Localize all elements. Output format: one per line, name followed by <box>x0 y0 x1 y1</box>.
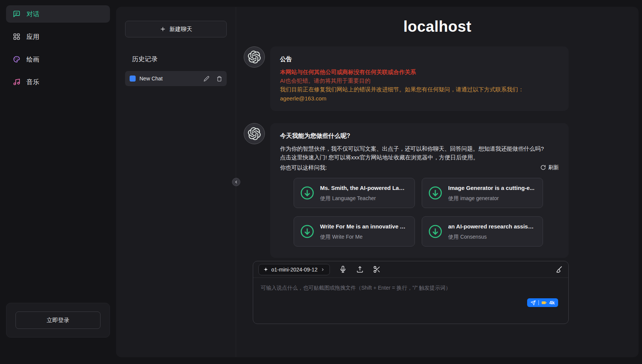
chevron-right-icon <box>320 267 325 272</box>
badge-divider <box>538 300 539 305</box>
chat-list-item[interactable]: New Chat <box>125 71 227 86</box>
app-sidebar: 对话 应用 绘画 音乐 立即登录 <box>0 0 116 364</box>
send-button[interactable]: 4k <box>527 298 558 307</box>
refresh-icon <box>540 165 546 170</box>
paper-plane-icon <box>531 300 536 305</box>
scissors-button[interactable] <box>373 265 381 273</box>
ask-hint: 你也可以这样问我: <box>280 163 327 172</box>
sidebar-nav: 对话 应用 绘画 音乐 <box>6 5 110 303</box>
suggestion-card[interactable]: Image Generator is a cutting-e... 使用 ima… <box>422 178 543 208</box>
composer: o1-mini-2024-09-12 <box>253 261 569 324</box>
upload-button[interactable] <box>356 265 364 273</box>
intro-body: 作为你的智慧伙伴，我不仅可以写文案、出点子，还可以和你聊天、回答问题。想知道我还… <box>280 144 548 162</box>
edit-icon[interactable] <box>204 76 209 82</box>
suggestion-subtitle: 使用 Write For Me <box>320 233 407 241</box>
palette-icon <box>13 56 20 63</box>
message-bubble: 公告 本网站与任何其他公司或商标没有任何关联或合作关系 AI也会犯错。请勿将其用… <box>270 46 569 111</box>
chat-main: localhost 公告 本网站与任何其他公司或商标没有任何关联或合作关系 AI… <box>236 7 639 357</box>
sidebar-item-label: 音乐 <box>26 78 39 86</box>
workspace-panel: 新建聊天 历史记录 New Chat localhost <box>116 7 639 357</box>
suggestion-card[interactable]: Write For Me is an innovative A... 使用 Wr… <box>294 216 415 247</box>
openai-avatar <box>244 123 265 144</box>
suggestion-subtitle: 使用 Consensus <box>448 233 535 241</box>
sidebar-item-music[interactable]: 音乐 <box>6 73 110 91</box>
new-chat-label: 新建聊天 <box>170 26 192 33</box>
intro-heading: 今天我能为您做些什么呢? <box>280 131 559 141</box>
history-heading: 历史记录 <box>132 55 227 63</box>
arrow-down-circle-icon <box>428 186 442 200</box>
suggestion-subtitle: 使用 Language Teacher <box>320 194 407 203</box>
new-chat-button[interactable]: 新建聊天 <box>125 21 227 37</box>
message-bubble: 今天我能为您做些什么呢? 作为你的智慧伙伴，我不仅可以写文案、出点子，还可以和你… <box>270 123 569 258</box>
announcement-line: AI也会犯错。请勿将其用于重要目的 <box>280 76 559 85</box>
refresh-button[interactable]: 刷新 <box>540 163 559 172</box>
sidebar-footer: 立即登录 <box>6 303 110 338</box>
suggestion-title: Image Generator is a cutting-e... <box>448 184 534 192</box>
chat-list-panel: 新建聊天 历史记录 New Chat <box>116 7 236 357</box>
chat-item-icon <box>130 76 136 82</box>
grid-icon <box>13 33 20 40</box>
sidebar-item-label: 应用 <box>26 32 39 41</box>
announcement-line: 本网站与任何其他公司或商标没有任何关联或合作关系 <box>280 68 559 76</box>
arrow-down-circle-icon <box>428 224 442 239</box>
chat-item-title: New Chat <box>139 76 196 82</box>
token-battery-icon <box>541 301 547 305</box>
suggestion-card[interactable]: an AI-powered research assista... 使用 Con… <box>422 216 543 247</box>
chevron-left-icon <box>234 180 238 184</box>
login-button[interactable]: 立即登录 <box>15 312 101 329</box>
announcement-line: 我们目前正在修复我们网站上的错误并改进细节。如果您有任何疑问，请通过以下方式联系… <box>280 85 559 94</box>
model-selector[interactable]: o1-mini-2024-09-12 <box>258 264 330 275</box>
arrow-down-circle-icon <box>300 224 314 239</box>
arrow-down-circle-icon <box>300 186 314 200</box>
openai-avatar <box>244 46 265 68</box>
music-note-icon <box>13 78 20 86</box>
sidebar-item-label: 绘画 <box>26 55 39 64</box>
message-intro: 今天我能为您做些什么呢? 作为你的智慧伙伴，我不仅可以写文案、出点子，还可以和你… <box>244 123 569 258</box>
announcement-heading: 公告 <box>280 55 559 64</box>
suggestion-subtitle: 使用 image generator <box>448 194 534 203</box>
contact-email-link[interactable]: ageerle@163.com <box>280 94 326 103</box>
suggestion-title: Ms. Smith, the AI-powered Lan... <box>320 184 407 192</box>
chat-bubble-icon <box>13 10 20 18</box>
sidebar-item-apps[interactable]: 应用 <box>6 28 110 45</box>
message-list: 公告 本网站与任何其他公司或商标没有任何关联或合作关系 AI也会犯错。请勿将其用… <box>236 35 639 259</box>
sidebar-item-drawing[interactable]: 绘画 <box>6 51 110 68</box>
suggestion-title: Write For Me is an innovative A... <box>320 222 407 231</box>
delete-icon[interactable] <box>217 76 222 82</box>
model-name: o1-mini-2024-09-12 <box>271 267 317 273</box>
sidebar-item-chat[interactable]: 对话 <box>6 5 110 23</box>
message-input[interactable] <box>253 278 568 322</box>
sidebar-collapse-button[interactable] <box>232 178 240 186</box>
suggestion-card[interactable]: Ms. Smith, the AI-powered Lan... 使用 Lang… <box>294 178 415 208</box>
token-count-label: 4k <box>549 300 555 305</box>
composer-toolbar: o1-mini-2024-09-12 <box>253 261 568 278</box>
sparkle-icon <box>263 267 268 272</box>
plus-icon <box>160 26 166 32</box>
page-title: localhost <box>236 18 639 35</box>
suggestion-grid: Ms. Smith, the AI-powered Lan... 使用 Lang… <box>280 178 559 250</box>
message-announcement: 公告 本网站与任何其他公司或商标没有任何关联或合作关系 AI也会犯错。请勿将其用… <box>244 46 569 111</box>
suggestion-title: an AI-powered research assista... <box>448 222 535 231</box>
clear-context-broom-button[interactable] <box>555 265 563 273</box>
sidebar-item-label: 对话 <box>26 10 39 19</box>
microphone-button[interactable] <box>339 265 347 273</box>
refresh-label: 刷新 <box>548 163 559 172</box>
